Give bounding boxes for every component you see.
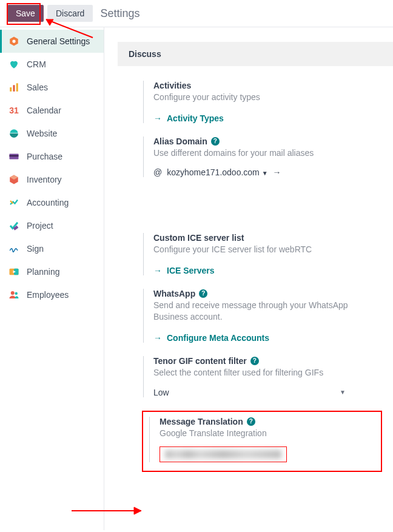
sidebar-item-label: Sign — [27, 244, 44, 254]
setting-desc: Use different domains for your mail alia… — [153, 147, 382, 160]
link-ice-servers[interactable]: → ICE Servers — [153, 266, 215, 275]
setting-title: Message Translation ? — [160, 417, 375, 426]
title-text: WhatsApp — [153, 289, 195, 298]
link-label: ICE Servers — [167, 266, 215, 275]
select-value: Low — [153, 388, 169, 397]
link-label: Activity Types — [167, 113, 224, 123]
discard-button[interactable]: Discard — [47, 5, 93, 22]
link-label: Configure Meta Accounts — [167, 333, 269, 343]
card-icon — [8, 151, 19, 162]
arrow-right-icon: → — [153, 113, 162, 123]
sidebar-item-crm[interactable]: CRM — [0, 53, 104, 76]
sidebar-item-sales[interactable]: Sales — [0, 76, 104, 99]
arrow-right-icon: → — [153, 266, 162, 275]
arrow-right-icon: → — [153, 333, 162, 343]
page-title: Settings — [100, 7, 139, 20]
svg-rect-5 — [13, 85, 15, 92]
annotation-translation-highlight: Message Translation ? Google Translate I… — [142, 411, 382, 473]
api-key-input[interactable] — [160, 446, 287, 462]
sidebar-item-label: Calendar — [27, 106, 61, 115]
signature-icon — [8, 243, 19, 254]
sidebar-item-general-settings[interactable]: General Settings — [0, 30, 104, 53]
sidebar-item-project[interactable]: Project — [0, 214, 104, 237]
setting-desc: Configure your activity types — [153, 92, 382, 104]
title-text: Message Translation — [160, 417, 243, 426]
title-text: Alias Domain — [153, 136, 207, 146]
help-icon[interactable]: ? — [211, 137, 220, 146]
setting-ice-servers: Custom ICE server list Configure your IC… — [143, 233, 382, 275]
sidebar-item-inventory[interactable]: Inventory — [0, 168, 104, 191]
sidebar-item-website[interactable]: Website — [0, 122, 104, 145]
sidebar-item-purchase[interactable]: Purchase — [0, 145, 104, 168]
setting-title: WhatsApp ? — [153, 289, 382, 298]
sidebar-item-employees[interactable]: Employees — [0, 283, 104, 306]
caret-down-icon: ▼ — [340, 389, 346, 396]
sidebar-item-calendar[interactable]: 31 Calendar — [0, 99, 104, 122]
setting-desc: Select the content filter used for filte… — [153, 367, 382, 379]
save-button[interactable]: Save — [7, 5, 44, 22]
sidebar-item-label: Website — [27, 129, 57, 138]
heartbeat-icon — [8, 59, 19, 70]
svg-rect-9 — [10, 155, 19, 157]
main-panel: Discuss Activities Configure your activi… — [104, 27, 393, 530]
setting-desc: Google Translate Integration — [160, 428, 375, 440]
gear-hex-icon — [8, 36, 19, 47]
caret-down-icon: ▼ — [262, 170, 268, 177]
link-configure-meta[interactable]: → Configure Meta Accounts — [153, 333, 269, 343]
tenor-filter-select[interactable]: Low ▼ — [153, 388, 382, 397]
sidebar-item-label: Project — [27, 221, 53, 231]
api-key-obscured — [165, 450, 281, 459]
alias-domain-select[interactable]: kozyhome171.odoo.com ▼ — [167, 167, 267, 177]
setting-tenor-filter: Tenor GIF content filter ? Select the co… — [143, 356, 382, 397]
sidebar-item-label: Purchase — [27, 152, 62, 161]
calendar-icon: 31 — [8, 105, 19, 116]
link-activity-types[interactable]: → Activity Types — [153, 113, 224, 123]
svg-rect-4 — [10, 87, 12, 92]
sidebar-item-sign[interactable]: Sign — [0, 237, 104, 260]
setting-title: Tenor GIF content filter ? — [153, 356, 382, 366]
alias-domain-value: kozyhome171.odoo.com — [167, 167, 260, 177]
sidebar-item-label: Accounting — [27, 198, 69, 207]
svg-point-17 — [15, 292, 18, 295]
sidebar-item-accounting[interactable]: Accounting — [0, 191, 104, 214]
bar-chart-icon — [8, 82, 19, 93]
sidebar-item-planning[interactable]: Planning — [0, 260, 104, 283]
setting-message-translation: Message Translation ? Google Translate I… — [149, 417, 375, 463]
checkmark-icon — [8, 220, 19, 231]
setting-title: Activities — [153, 81, 382, 90]
sidebar-item-label: Sales — [27, 82, 48, 92]
sidebar-item-label: Employees — [27, 290, 69, 300]
help-icon[interactable]: ? — [247, 417, 255, 426]
help-icon[interactable]: ? — [250, 357, 259, 365]
setting-activities: Activities Configure your activity types… — [143, 81, 382, 123]
sidebar-item-label: CRM — [27, 59, 46, 69]
sidebar-item-label: General Settings — [27, 36, 90, 46]
setting-title: Custom ICE server list — [153, 233, 382, 243]
setting-desc: Send and receive message through your Wh… — [153, 300, 382, 323]
svg-point-16 — [11, 291, 15, 295]
sidebar-item-label: Inventory — [27, 175, 62, 184]
box-icon — [8, 174, 19, 185]
sidebar: General Settings CRM Sales 31 Calendar W… — [0, 27, 104, 530]
people-icon — [8, 289, 19, 300]
setting-title: Alias Domain ? — [153, 136, 382, 146]
header: Save Discard Settings — [0, 0, 393, 27]
title-text: Tenor GIF content filter — [153, 356, 247, 366]
setting-whatsapp: WhatsApp ? Send and receive message thro… — [143, 289, 382, 343]
planning-icon — [8, 266, 19, 277]
external-link-icon[interactable]: → — [273, 167, 281, 177]
help-icon[interactable]: ? — [199, 289, 207, 298]
section-header-discuss: Discuss — [118, 42, 393, 66]
setting-desc: Configure your ICE server list for webRT… — [153, 244, 382, 256]
setting-alias-domain: Alias Domain ? Use different domains for… — [143, 136, 382, 178]
arrows-icon — [8, 197, 19, 208]
alias-prefix: @ — [153, 167, 162, 177]
svg-rect-6 — [16, 83, 18, 92]
sidebar-item-label: Planning — [27, 267, 60, 277]
globe-icon — [8, 128, 19, 139]
svg-point-3 — [12, 39, 15, 42]
